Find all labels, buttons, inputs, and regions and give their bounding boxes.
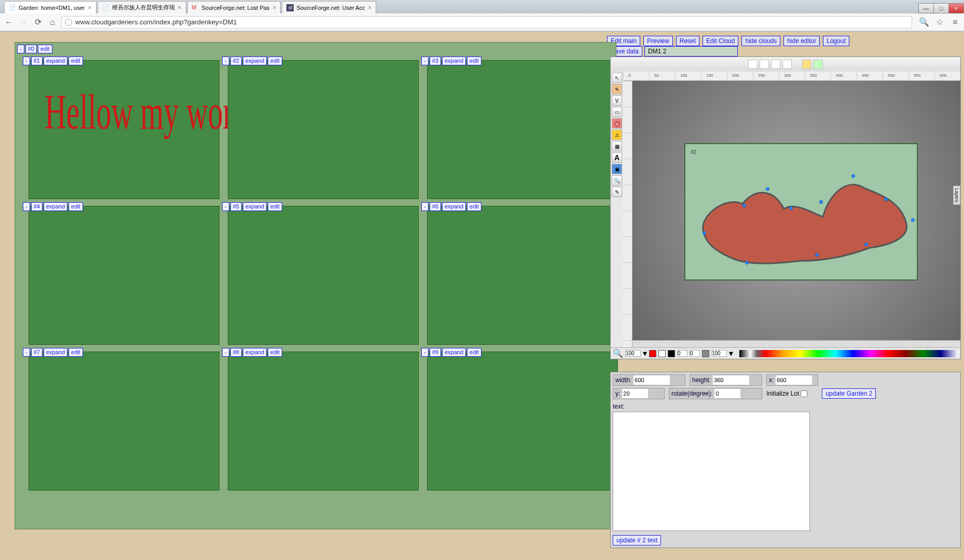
rotate-input[interactable]	[714, 389, 740, 398]
zoom-icon[interactable]: 🔍	[613, 348, 623, 358]
edit-button[interactable]: edit	[68, 57, 83, 65]
opacity-stepper-icon[interactable]: ▾	[729, 348, 733, 358]
y-input[interactable]	[622, 389, 648, 398]
update-garden-button[interactable]: update Garden 2	[822, 388, 876, 399]
garden-cell-4[interactable]: - #4 expand edit	[29, 206, 219, 345]
path-node[interactable]	[703, 231, 706, 235]
collapse-button[interactable]: -	[222, 348, 229, 357]
path-node[interactable]	[815, 253, 819, 257]
cell-id[interactable]: #1	[31, 57, 43, 65]
garden-cell-7[interactable]: - #7 expand edit	[29, 352, 219, 491]
expand-button[interactable]: expand	[442, 57, 466, 65]
cell-id[interactable]: #4	[31, 202, 43, 211]
expand-button[interactable]: expand	[44, 202, 67, 211]
cell-id[interactable]: #6	[430, 202, 441, 211]
cell-id[interactable]: #5	[230, 202, 242, 211]
horizontal-scrollbar[interactable]	[623, 340, 960, 347]
path-node[interactable]	[864, 243, 868, 246]
reset-button[interactable]: Reset	[676, 36, 699, 46]
garden-cell-1[interactable]: - #1 expand edit Hellow my world	[29, 60, 219, 199]
forward-button[interactable]: →	[18, 17, 29, 28]
text-area[interactable]	[613, 412, 810, 531]
select-tool-icon[interactable]: ↖	[612, 73, 622, 83]
zoom-stepper-icon[interactable]: ▾	[643, 348, 647, 358]
path-node[interactable]	[911, 218, 915, 222]
window-close-button[interactable]: ×	[948, 3, 964, 13]
edit-button[interactable]: edit	[268, 57, 282, 65]
logout-button[interactable]: Logout	[823, 36, 849, 46]
cell-id[interactable]: #7	[31, 348, 43, 357]
browser-tab-0[interactable]: 📄 Garden: home=DM1, user ×	[4, 1, 97, 13]
undo-icon[interactable]	[802, 60, 811, 69]
expand-button[interactable]: expand	[442, 348, 466, 357]
close-icon[interactable]: ×	[272, 4, 276, 11]
opacity-input[interactable]	[711, 350, 727, 357]
expand-button[interactable]: expand	[44, 57, 67, 65]
grid-icon[interactable]	[771, 60, 780, 69]
browser-tab-1[interactable]: 📄 维吾尔族人在昆明生存现 ×	[98, 1, 186, 13]
collapse-button[interactable]: -	[222, 202, 229, 211]
edit-button[interactable]: edit	[68, 348, 83, 357]
collapse-button[interactable]: -	[23, 202, 30, 211]
close-icon[interactable]: ×	[88, 4, 91, 11]
edit-button[interactable]: edit	[268, 202, 282, 211]
expand-button[interactable]: expand	[243, 202, 267, 211]
garden-cell-2[interactable]: - #2 expand edit	[228, 60, 419, 199]
grey-swatch[interactable]	[702, 350, 709, 357]
path-node[interactable]	[819, 200, 823, 204]
zoom-input[interactable]	[625, 350, 641, 357]
path-node[interactable]	[789, 206, 793, 210]
reload-button[interactable]: ⟳	[32, 17, 44, 28]
path-node[interactable]	[884, 198, 888, 201]
path-tool-icon[interactable]: ⚠	[612, 130, 622, 140]
url-bar[interactable]: www.cloudgardeners.com/index.php?gardenk…	[61, 16, 912, 29]
init-lot-field[interactable]: Initialize Lot	[766, 390, 807, 397]
x-input[interactable]	[776, 375, 812, 385]
garden-cell-5[interactable]: - #5 expand edit	[228, 206, 419, 345]
browser-tab-3[interactable]: sf SourceForge.net: User Acc ×	[282, 1, 376, 13]
stroke-width-input[interactable]	[690, 350, 700, 357]
collapse-button[interactable]: -	[17, 45, 24, 53]
edit-button[interactable]: edit	[467, 348, 481, 357]
collapse-button[interactable]: -	[23, 57, 30, 65]
path-node[interactable]	[742, 204, 746, 207]
blob-shape[interactable]	[693, 165, 911, 279]
edit-button[interactable]: edit	[467, 202, 481, 211]
wireframe-icon[interactable]	[760, 60, 769, 69]
text-tool-icon[interactable]: A	[612, 152, 622, 163]
eyedropper-tool-icon[interactable]: ✎	[612, 187, 622, 197]
cell-id[interactable]: #8	[230, 348, 242, 357]
update-text-button[interactable]: update # 2 text	[613, 535, 661, 545]
home-button[interactable]: ⌂	[47, 17, 58, 28]
ellipse-tool-icon[interactable]: ◯	[612, 118, 622, 129]
expand-button[interactable]: expand	[243, 57, 267, 65]
hide-editor-button[interactable]: hide editor	[783, 36, 820, 46]
edit-button-0[interactable]: edit	[38, 45, 52, 53]
collapse-button[interactable]: -	[222, 57, 229, 65]
canvas-rect[interactable]: #2	[684, 143, 918, 281]
garden-cell-9[interactable]: - #9 expand edit	[427, 352, 618, 491]
cell-id-0[interactable]: #0	[25, 45, 37, 53]
collapse-button[interactable]: -	[421, 348, 429, 357]
canvas[interactable]: #2	[632, 81, 960, 340]
search-icon[interactable]: 🔍	[918, 17, 930, 28]
width-input[interactable]	[634, 375, 670, 385]
maximize-button[interactable]: □	[933, 3, 949, 13]
garden-cell-6[interactable]: - #6 expand edit	[427, 206, 618, 345]
redo-icon[interactable]	[814, 60, 823, 69]
expand-button[interactable]: expand	[243, 348, 267, 357]
edit-cloud-button[interactable]: Edit Cloud	[703, 36, 738, 46]
bg-swatch[interactable]	[668, 350, 675, 357]
garden-cell-8[interactable]: - #8 expand edit	[228, 352, 419, 491]
back-button[interactable]: ←	[3, 17, 15, 28]
node-tool-icon[interactable]: V	[612, 95, 622, 106]
collapse-button[interactable]: -	[421, 57, 429, 65]
edit-button[interactable]: edit	[467, 57, 481, 65]
stroke-swatch[interactable]	[658, 350, 666, 357]
color-strip[interactable]	[739, 350, 958, 357]
init-lot-checkbox[interactable]	[801, 390, 807, 397]
zoom-tool-icon[interactable]: 🔍	[612, 175, 622, 186]
source-icon[interactable]	[748, 60, 758, 69]
preview-button[interactable]: Preview	[643, 36, 673, 46]
pencil-tool-icon[interactable]: ✎	[612, 84, 622, 94]
